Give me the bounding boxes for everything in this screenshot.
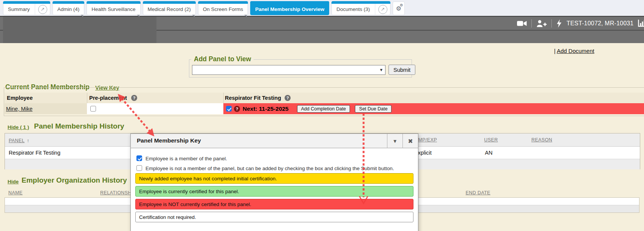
next-due-label: Next: 11-25-2025	[243, 105, 289, 112]
popout-icon: ↗	[378, 5, 387, 14]
record-id: TEST-10072, MR-10031	[567, 20, 633, 27]
key-member-checkbox	[136, 155, 142, 161]
tab-summary-label: Summary	[3, 6, 35, 12]
add-completion-date-button[interactable]: Add Completion Date	[297, 105, 350, 113]
tab-admin-label: Admin (4)	[53, 6, 85, 12]
submit-button[interactable]: Submit	[389, 65, 415, 75]
col-employee: Employee	[7, 95, 33, 101]
respirator-status-cell: ? Next: 11-25-2025 Add Completion Date S…	[223, 103, 644, 114]
employee-name-link[interactable]: Mine, Mike	[6, 106, 33, 112]
respirator-help-icon[interactable]: ?	[285, 95, 291, 101]
tab-summary-popout[interactable]: ↗	[35, 3, 50, 15]
pre-placement-cell	[87, 103, 223, 114]
dialog-title: Panel Membership Key	[137, 137, 201, 144]
tab-documents-popout[interactable]: ↗	[375, 3, 390, 15]
tab-bar: Summary ↗ Admin (4) Health Surveillance …	[0, 0, 644, 17]
header-separator	[531, 19, 532, 28]
key-row-not-required-label: Certification not required.	[139, 214, 196, 220]
history-row-user: AN	[485, 150, 492, 156]
key-not-member-checkbox	[136, 165, 142, 171]
minimize-icon: ▼	[393, 139, 396, 143]
col-respirator-fit-testing: Respirator Fit Testing	[225, 95, 281, 101]
add-panel-select[interactable]: ▾	[192, 65, 385, 75]
tab-health-surveillance-label: Health Surveillance	[87, 6, 140, 12]
sort-ascending-icon: ↑	[27, 138, 29, 143]
employer-title: Employer Organization History	[22, 176, 127, 184]
header-separator	[551, 19, 552, 28]
col-pre-placement: Pre-placement	[89, 95, 127, 101]
tab-admin[interactable]: Admin (4)	[53, 1, 85, 15]
tab-on-screen-forms-label: On Screen Forms	[198, 6, 248, 12]
key-row-new-employee: Newly added employee has not completed i…	[135, 173, 413, 184]
tab-on-screen-forms[interactable]: On Screen Forms	[198, 1, 248, 15]
history-row-panel: Respirator Fit Testing	[9, 150, 60, 156]
key-row-not-certified: Employee is NOT currently certified for …	[135, 199, 413, 209]
respirator-member-checkbox[interactable]	[226, 106, 232, 112]
col-name[interactable]: NAME	[8, 190, 23, 195]
key-not-member-label: Employee is not a member of the panel, b…	[146, 166, 394, 171]
col-panel[interactable]: PANEL↑	[9, 137, 29, 144]
tab-documents-label: Documents (3)	[331, 6, 375, 12]
hide-history-link[interactable]: Hide ( 1 )	[8, 124, 29, 130]
tab-health-surveillance[interactable]: Health Surveillance	[87, 1, 140, 15]
close-icon: ✖	[408, 138, 413, 145]
history-title: Panel Membership History	[34, 122, 124, 130]
dialog-minimize-button[interactable]: ▼	[387, 134, 402, 148]
bar-chart-icon[interactable]	[638, 20, 644, 27]
key-member-label: Employee is a member of the panel.	[146, 156, 227, 161]
col-reason[interactable]: REASON	[531, 137, 552, 143]
tab-documents[interactable]: Documents (3) ↗	[331, 1, 390, 15]
add-person-icon[interactable]	[536, 20, 547, 27]
header-overlay-panel	[3, 17, 156, 43]
tab-summary[interactable]: Summary ↗	[3, 1, 50, 15]
video-camera-icon[interactable]	[517, 20, 527, 27]
dialog-close-button[interactable]: ✖	[402, 134, 418, 148]
add-document-row: | Add Document	[554, 48, 594, 54]
col-end-date[interactable]: END DATE	[466, 190, 490, 195]
set-due-date-button[interactable]: Set Due Date	[355, 105, 392, 113]
chevron-down-icon: ▾	[380, 67, 382, 73]
tab-panel-membership-overview[interactable]: Panel Membership Overview	[250, 1, 329, 15]
panel-membership-key-dialog: Panel Membership Key ▼ ✖ Employee is a m…	[130, 133, 418, 231]
tab-panel-membership-overview-label: Panel Membership Overview	[250, 6, 329, 12]
key-row-not-certified-label: Employee is NOT currently certified for …	[139, 202, 251, 207]
hide-employer-link[interactable]: Hide	[8, 179, 19, 184]
gears-icon-small: ⚙	[400, 3, 403, 7]
tab-medical-record-label: Medical Record (2)	[143, 6, 196, 12]
key-row-not-required: Certification not required.	[135, 212, 413, 222]
panel-membership-overview-page: Summary ↗ Admin (4) Health Surveillance …	[0, 0, 644, 231]
add-panel-legend: Add Panel to View	[191, 55, 254, 63]
key-row-certified-label: Employee is currently certified for this…	[139, 189, 239, 194]
key-row-new-employee-label: Newly added employee has not completed i…	[139, 176, 277, 181]
tab-medical-record[interactable]: Medical Record (2)	[143, 1, 196, 15]
tab-settings-button[interactable]: ⚙ ⚙	[393, 2, 405, 15]
respirator-status-help-icon[interactable]: ?	[234, 106, 240, 112]
pre-placement-checkbox[interactable]	[90, 106, 96, 112]
key-row-certified: Employee is currently certified for this…	[135, 186, 413, 197]
add-document-link[interactable]: Add Document	[557, 48, 594, 54]
popout-icon: ↗	[38, 5, 47, 14]
pre-placement-help-icon[interactable]: ?	[131, 95, 137, 101]
col-user[interactable]: USER	[484, 137, 498, 143]
link-separator: |	[554, 48, 556, 54]
lightning-icon[interactable]	[556, 19, 562, 28]
